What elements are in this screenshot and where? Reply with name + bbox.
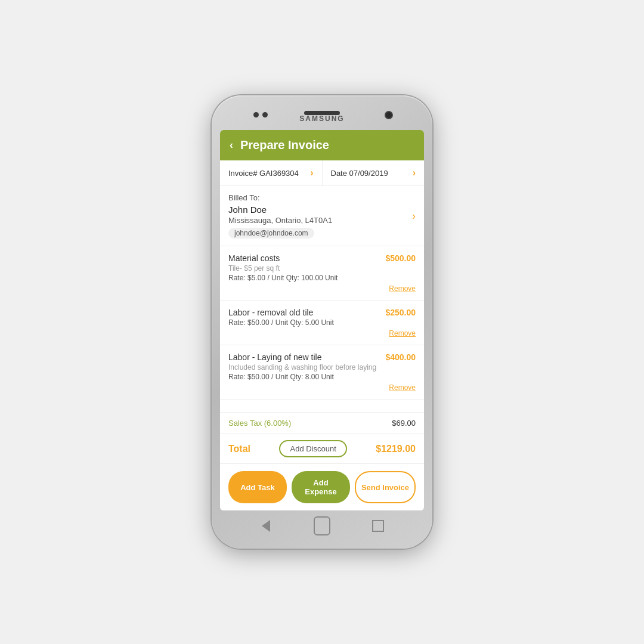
line-item-name-3: Labor - Laying of new tile [228,352,385,362]
send-invoice-button[interactable]: Send Invoice [355,471,416,503]
invoice-date-cell[interactable]: Date 07/09/2019 › [323,160,425,185]
line-item: Labor - removal old tile $250.00 Rate: $… [220,301,424,345]
phone-dot-1 [253,112,259,117]
line-item: Material costs $500.00 Tile- $5 per sq f… [220,246,424,301]
add-task-button[interactable]: Add Task [228,471,287,503]
add-discount-button[interactable]: Add Discount [279,440,346,457]
app-header: ‹ Prepare Invoice [220,130,424,160]
phone-camera [385,111,393,119]
add-expense-button[interactable]: Add Expense [292,471,350,503]
phone-device: SAMSUNG ‹ Prepare Invoice Invoice# GAI36… [212,95,432,549]
line-item-amount-3: $400.00 [385,352,416,362]
line-item-rate-3: Rate: $50.00 / Unit Qty: 8.00 Unit [228,373,416,381]
remove-button-2[interactable]: Remove [389,329,416,338]
invoice-number: Invoice# GAI369304 [228,169,299,178]
line-item-rate-1: Rate: $5.00 / Unit Qty: 100.00 Unit [228,274,416,282]
nav-back-button[interactable] [258,518,274,534]
billed-to-name: John Doe [228,205,416,215]
billed-to-chevron: › [412,210,416,222]
phone-screen: ‹ Prepare Invoice Invoice# GAI369304 › D… [220,130,424,510]
content-area: Invoice# GAI369304 › Date 07/09/2019 › B… [220,160,424,510]
invoice-number-cell[interactable]: Invoice# GAI369304 › [220,160,323,185]
total-amount: $1219.00 [376,444,416,454]
brand-label: SAMSUNG [299,114,344,123]
invoice-date-chevron: › [413,168,416,178]
back-button[interactable]: ‹ [230,139,233,151]
spacer [220,400,424,413]
line-item-name-2: Labor - removal old tile [228,308,385,317]
line-item-rate-2: Rate: $50.00 / Unit Qty: 5.00 Unit [228,318,416,327]
phone-top-bar: SAMSUNG [220,106,424,128]
phone-dots [253,112,268,117]
line-item-amount-1: $500.00 [385,253,416,263]
line-item-note-3: Included sanding & washing floor before … [228,363,416,371]
billed-to-label: Billed To: [228,193,416,202]
remove-button-3[interactable]: Remove [389,383,416,392]
invoice-info-row: Invoice# GAI369304 › Date 07/09/2019 › [220,160,424,186]
nav-home-icon [314,516,330,535]
bottom-buttons: Add Task Add Expense Send Invoice [220,464,424,510]
line-item-note-1: Tile- $5 per sq ft [228,264,416,273]
nav-recent-icon [372,520,384,532]
line-item-amount-2: $250.00 [385,308,416,317]
nav-back-icon [262,520,270,532]
sales-tax-amount: $69.00 [392,419,416,428]
billed-to-address: Mississauga, Ontario, L4T0A1 [228,216,416,225]
sales-tax-label: Sales Tax (6.00%) [228,419,291,428]
invoice-number-chevron: › [310,168,313,178]
total-label: Total [228,444,250,454]
sales-tax-row: Sales Tax (6.00%) $69.00 [220,413,424,434]
nav-recent-button[interactable] [370,518,386,534]
total-row: Total Add Discount $1219.00 [220,434,424,464]
billed-to-email: johndoe@johndoe.com [228,228,314,239]
page-title: Prepare Invoice [240,138,329,152]
line-item: Labor - Laying of new tile $400.00 Inclu… [220,345,424,400]
invoice-date: Date 07/09/2019 [331,169,388,178]
nav-home-button[interactable] [314,518,330,534]
billed-to-section[interactable]: Billed To: John Doe Mississauga, Ontario… [220,186,424,246]
phone-bottom-bar [220,514,424,538]
remove-button-1[interactable]: Remove [389,284,416,293]
phone-dot-2 [262,112,268,117]
line-item-name-1: Material costs [228,253,385,263]
